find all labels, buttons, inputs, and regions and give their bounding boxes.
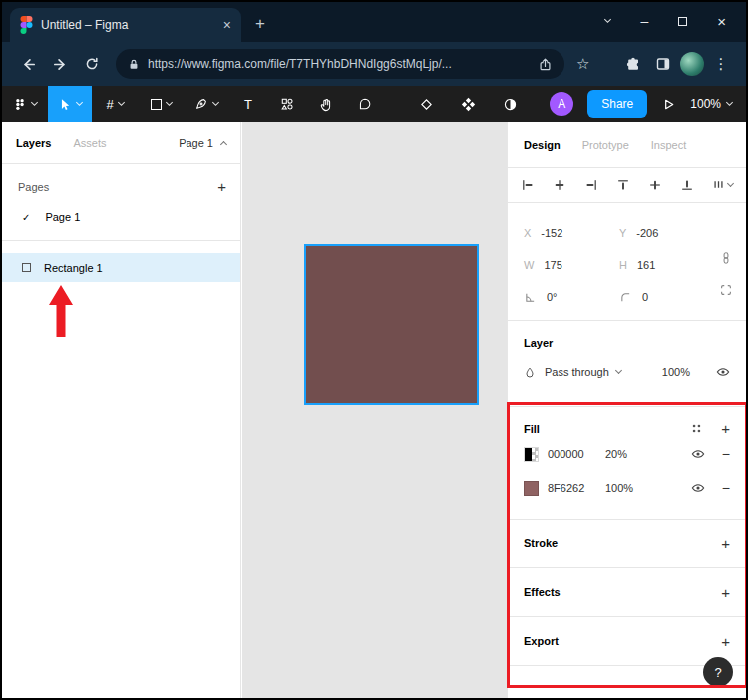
size-row: W 175 H 161 — [524, 249, 730, 281]
forward-button[interactable] — [46, 50, 74, 78]
page-indicator-label: Page 1 — [179, 137, 213, 149]
pen-tool[interactable] — [184, 86, 229, 122]
tab-search-icon[interactable] — [604, 16, 611, 23]
width-input[interactable]: 175 — [544, 259, 561, 271]
minimize-button[interactable]: – — [640, 13, 648, 29]
page-list-item[interactable]: ✓ Page 1 — [2, 202, 240, 232]
layer-opacity-input[interactable]: 100% — [662, 366, 690, 378]
present-button[interactable] — [661, 97, 676, 112]
side-panel-icon[interactable] — [650, 51, 676, 77]
add-fill-button[interactable]: + — [721, 421, 730, 436]
pen-icon — [194, 97, 208, 111]
effects-section-title: Effects — [524, 586, 561, 598]
share-button[interactable]: Share — [587, 90, 647, 118]
fill-color-swatch[interactable] — [524, 481, 539, 496]
address-bar[interactable]: https://www.figma.com/file/T7THYhbDHNdIg… — [116, 49, 564, 79]
main-menu-button[interactable] — [2, 86, 48, 122]
tab-design[interactable]: Design — [524, 139, 561, 151]
text-tool[interactable]: T — [229, 86, 267, 122]
fill-opacity-input[interactable]: 100% — [605, 482, 645, 494]
fill-visibility-eye-icon[interactable] — [691, 481, 705, 495]
fill-opacity-input[interactable]: 20% — [605, 448, 645, 460]
user-avatar[interactable]: A — [550, 92, 573, 116]
browser-menu-kebab-icon[interactable]: ⋮ — [708, 51, 734, 77]
canvas[interactable] — [242, 122, 511, 698]
layer-visibility-eye-icon[interactable] — [716, 365, 730, 379]
x-input[interactable]: -152 — [541, 227, 562, 239]
h-label: H — [619, 259, 627, 271]
chevron-down-icon — [726, 99, 733, 106]
fill-color-swatch[interactable] — [524, 447, 539, 462]
rotation-input[interactable]: 0° — [547, 291, 558, 303]
align-top-button[interactable] — [616, 178, 630, 192]
align-bottom-button[interactable] — [680, 178, 694, 192]
alignment-row — [508, 168, 746, 203]
effects-section: Effects + — [508, 568, 746, 617]
refresh-button[interactable] — [78, 50, 106, 78]
w-label: W — [524, 259, 534, 271]
frame-tool[interactable]: # — [92, 86, 138, 122]
height-input[interactable]: 161 — [637, 259, 655, 271]
resources-tool[interactable] — [267, 86, 307, 122]
comment-tool[interactable] — [345, 86, 385, 122]
tab-prototype[interactable]: Prototype — [582, 139, 629, 151]
mask-button[interactable] — [501, 95, 519, 113]
layers-panel: Layers Assets Page 1 Pages + ✓ Page 1 Re… — [2, 122, 241, 698]
zoom-control[interactable]: 100% — [690, 97, 736, 111]
new-tab-button[interactable]: + — [255, 14, 265, 34]
chevron-down-icon — [727, 179, 734, 186]
lock-icon[interactable] — [128, 58, 140, 71]
window-controls: – × — [605, 2, 746, 40]
share-page-icon[interactable] — [538, 57, 553, 72]
browser-tab[interactable]: Untitled – Figma × — [10, 8, 241, 42]
tab-inspect[interactable]: Inspect — [651, 139, 686, 151]
browser-profile-avatar[interactable] — [680, 52, 704, 76]
bookmark-star-icon[interactable]: ☆ — [576, 55, 589, 73]
design-panel: Design Prototype Inspect — [507, 122, 746, 698]
edit-object-button[interactable] — [417, 95, 435, 113]
corner-radius-input[interactable]: 0 — [642, 291, 648, 303]
shape-tool[interactable] — [138, 86, 184, 122]
extensions-puzzle-icon[interactable] — [620, 51, 646, 77]
add-export-button[interactable]: + — [721, 634, 730, 649]
remove-fill-button[interactable]: − — [722, 481, 730, 495]
fill-hex-input[interactable]: 000000 — [548, 448, 605, 460]
remove-fill-button[interactable]: − — [722, 447, 730, 461]
fill-styles-icon[interactable] — [690, 422, 703, 435]
y-input[interactable]: -206 — [636, 227, 658, 239]
tab-assets[interactable]: Assets — [73, 137, 106, 149]
chevron-down-icon — [76, 99, 83, 106]
canvas-rectangle[interactable] — [304, 244, 479, 405]
distribute-options-button[interactable] — [712, 178, 733, 191]
fill-hex-input[interactable]: 8F6262 — [548, 482, 605, 494]
add-page-button[interactable]: + — [217, 179, 226, 194]
add-effect-button[interactable]: + — [721, 585, 730, 600]
add-stroke-button[interactable]: + — [721, 536, 730, 551]
tab-close-icon[interactable]: × — [223, 18, 231, 32]
blend-mode-row: Pass through 100% — [524, 365, 730, 379]
fill-visibility-eye-icon[interactable] — [691, 447, 705, 461]
back-button[interactable] — [14, 50, 42, 78]
move-tool[interactable] — [48, 86, 92, 122]
hand-tool[interactable] — [307, 86, 345, 122]
align-left-button[interactable] — [521, 178, 535, 192]
independent-corners-button[interactable] — [719, 283, 733, 297]
constrain-proportions-button[interactable] — [719, 251, 733, 265]
rotation-row: 0° 0 — [524, 281, 730, 313]
blend-mode-select[interactable]: Pass through — [545, 366, 609, 378]
align-horizontal-center-button[interactable] — [553, 178, 566, 192]
page-indicator[interactable]: Page 1 — [179, 137, 226, 149]
create-component-button[interactable] — [459, 95, 477, 113]
maximize-button[interactable] — [678, 17, 687, 26]
align-vertical-center-button[interactable] — [648, 178, 662, 192]
fill-row-2: 8F6262 100% − — [524, 472, 730, 504]
layer-row-rectangle[interactable]: Rectangle 1 — [2, 253, 240, 282]
rotation-angle-icon — [524, 291, 537, 304]
stroke-section-title: Stroke — [524, 537, 558, 549]
tab-layers[interactable]: Layers — [16, 137, 51, 149]
rectangle-icon — [151, 99, 162, 110]
align-right-button[interactable] — [584, 178, 598, 192]
layers-panel-header: Layers Assets Page 1 — [2, 122, 240, 164]
close-window-button[interactable]: × — [717, 13, 726, 30]
help-button[interactable]: ? — [703, 657, 733, 687]
